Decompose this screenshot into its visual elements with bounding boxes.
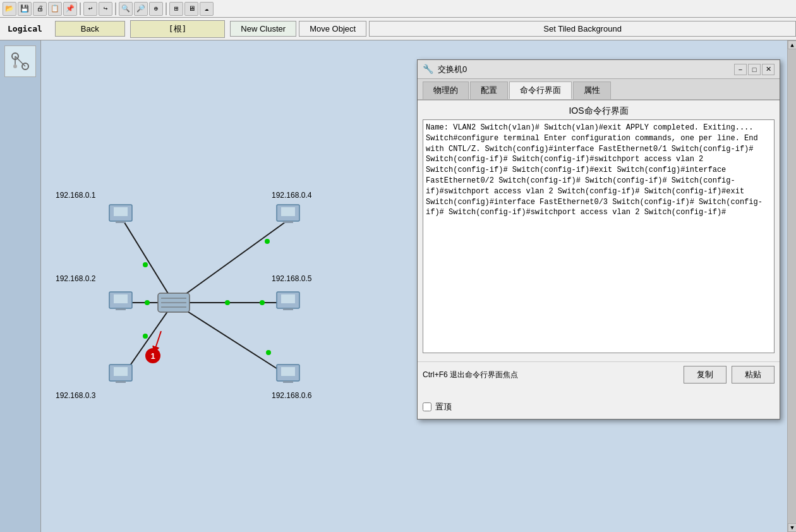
terminal-area[interactable]: Name: VLAN2 Switch(vlan)# Switch(vlan)#e… xyxy=(423,119,775,353)
tab-physical[interactable]: 物理的 xyxy=(423,82,469,99)
zoom-out-icon[interactable]: 🔎 xyxy=(134,2,148,16)
scroll-up-arrow[interactable]: ▲ xyxy=(788,40,796,49)
main-area: 192.168.0.1 192.168.0.2 192.168.0.3 192.… xyxy=(0,40,796,532)
logical-bar: Logical Back [根] New Cluster Move Object… xyxy=(0,18,796,40)
node-label-pc3: 192.168.0.3 xyxy=(56,391,95,400)
move-object-button[interactable]: Move Object xyxy=(299,21,366,37)
svg-rect-34 xyxy=(283,221,293,223)
new-cluster-button[interactable]: New Cluster xyxy=(230,21,296,37)
svg-line-17 xyxy=(174,303,287,375)
tab-config[interactable]: 配置 xyxy=(470,82,508,99)
toolbar: 📂 💾 🖨 📋 📌 ↩ ↪ 🔍 🔎 ⊕ ⊞ 🖥 ☁ xyxy=(0,0,796,18)
svg-rect-33 xyxy=(281,207,295,216)
dialog-tabs: 物理的 配置 命令行界面 属性 xyxy=(418,79,780,100)
sep3 xyxy=(166,3,167,15)
sep1 xyxy=(80,3,81,15)
svg-rect-28 xyxy=(116,308,126,310)
svg-rect-30 xyxy=(114,367,128,376)
ios-label: IOS命令行界面 xyxy=(423,106,775,117)
dialog-title: 交换机0 xyxy=(438,64,733,75)
svg-rect-36 xyxy=(281,294,295,303)
zoom-in-icon[interactable]: 🔍 xyxy=(119,2,133,16)
svg-line-5 xyxy=(123,221,174,303)
svg-point-11 xyxy=(143,334,148,339)
save-icon[interactable]: 💾 xyxy=(18,2,32,16)
side-panel xyxy=(0,40,41,532)
dialog-titlebar: 🔧 交换机0 − □ ✕ xyxy=(418,60,780,79)
arrow-1 xyxy=(152,331,171,356)
shortcut-hint: Ctrl+F6 退出命令行界面焦点 xyxy=(423,370,678,380)
grid-icon[interactable]: ⊞ xyxy=(169,2,183,16)
dialog-minimize-button[interactable]: − xyxy=(734,64,747,75)
tab-cli[interactable]: 命令行界面 xyxy=(509,82,572,99)
dialog-close-button[interactable]: ✕ xyxy=(762,64,775,75)
svg-point-18 xyxy=(266,350,271,355)
copy-icon[interactable]: 📋 xyxy=(48,2,62,16)
pin-label: 置顶 xyxy=(435,401,452,413)
pin-checkbox[interactable] xyxy=(423,402,431,411)
svg-point-15 xyxy=(225,300,230,305)
main-scrollbar[interactable]: ▲ ▼ xyxy=(787,40,796,532)
dialog-maximize-button[interactable]: □ xyxy=(748,64,761,75)
folder-open-icon[interactable]: 📂 xyxy=(3,2,16,16)
node-label-pc4: 192.168.0.4 xyxy=(272,191,311,200)
scroll-down-arrow[interactable]: ▼ xyxy=(788,523,796,532)
node-label-pc6: 192.168.0.6 xyxy=(272,391,311,400)
sep2 xyxy=(115,3,116,15)
network-canvas xyxy=(41,40,420,532)
svg-rect-39 xyxy=(281,367,295,376)
svg-point-13 xyxy=(265,239,270,244)
paste-button[interactable]: 粘贴 xyxy=(732,366,775,384)
dialog-icon: 🔧 xyxy=(423,64,434,75)
dialog-window: 🔧 交换机0 − □ ✕ 物理的 配置 命令行界面 属性 IOS命令行界面 Na… xyxy=(417,59,780,420)
svg-rect-37 xyxy=(283,308,293,310)
logical-label: Logical xyxy=(0,24,50,33)
side-item-topology[interactable] xyxy=(4,45,36,77)
node-label-pc1: 192.168.0.1 xyxy=(56,191,95,200)
svg-rect-27 xyxy=(114,294,128,303)
svg-point-6 xyxy=(143,262,148,267)
undo-icon[interactable]: ↩ xyxy=(83,2,97,16)
svg-point-16 xyxy=(260,300,265,305)
svg-line-2 xyxy=(15,56,25,66)
redo-icon[interactable]: ↪ xyxy=(99,2,112,16)
dialog-content: IOS命令行界面 Name: VLAN2 Switch(vlan)# Switc… xyxy=(418,100,780,358)
tab-attributes[interactable]: 属性 xyxy=(573,82,611,99)
svg-rect-40 xyxy=(283,381,293,383)
set-tiled-background-button[interactable]: Set Tiled Background xyxy=(369,21,796,37)
node-label-pc5: 192.168.0.5 xyxy=(272,274,311,283)
root-label: [根] xyxy=(130,20,226,38)
dialog-bottom-bar: Ctrl+F6 退出命令行界面焦点 复制 粘贴 xyxy=(418,361,780,387)
svg-line-12 xyxy=(174,221,287,303)
svg-line-41 xyxy=(155,331,161,350)
back-button[interactable]: Back xyxy=(55,21,125,37)
paste-icon[interactable]: 📌 xyxy=(63,2,77,16)
print-icon[interactable]: 🖨 xyxy=(33,2,47,16)
dialog-footer: 置顶 xyxy=(423,401,452,413)
svg-point-8 xyxy=(145,300,150,305)
svg-rect-25 xyxy=(116,221,126,223)
svg-point-4 xyxy=(13,64,17,68)
copy-button[interactable]: 复制 xyxy=(684,366,727,384)
device-icon[interactable]: 🖥 xyxy=(184,2,198,16)
zoom-fit-icon[interactable]: ⊕ xyxy=(149,2,163,16)
svg-rect-24 xyxy=(114,207,128,216)
cloud-icon[interactable]: ☁ xyxy=(200,2,214,16)
svg-rect-31 xyxy=(116,381,126,383)
node-label-pc2: 192.168.0.2 xyxy=(56,274,95,283)
